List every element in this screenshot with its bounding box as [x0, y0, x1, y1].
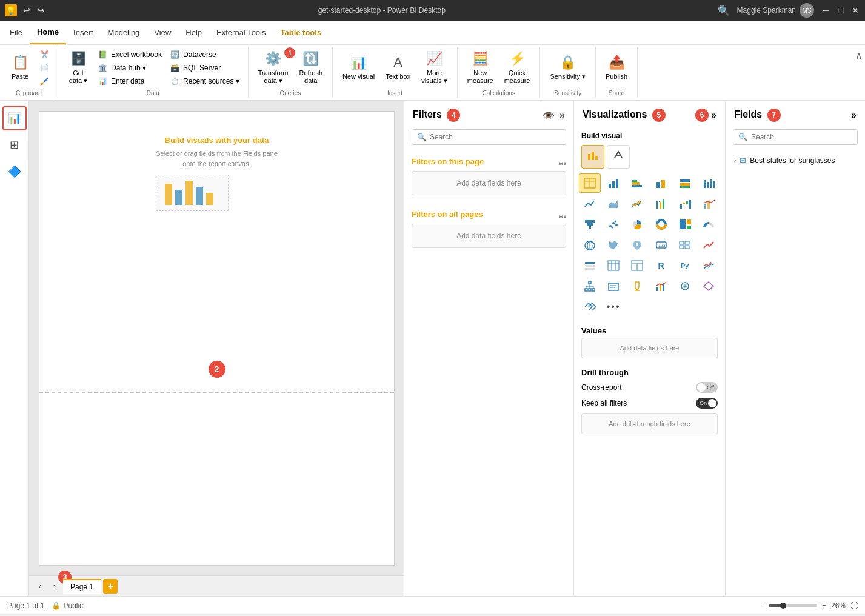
sidebar-model-view[interactable]: 🔷 — [2, 159, 27, 184]
viz-icon-pie[interactable] — [626, 215, 648, 234]
viz-icon-multicard[interactable] — [674, 235, 696, 255]
menu-modeling[interactable]: Modeling — [101, 21, 147, 44]
filters-search-box[interactable]: 🔍 — [412, 129, 566, 145]
viz-icon-waterfall[interactable] — [674, 194, 696, 213]
viz-cross-report-toggle[interactable]: Off — [696, 382, 718, 393]
quick-measure-button[interactable]: ⚡ Quickmeasure — [499, 50, 535, 86]
viz-icon-gauge[interactable] — [698, 215, 720, 234]
sensitivity-button[interactable]: 🔒 Sensitivity ▾ — [545, 50, 590, 86]
viz-icon-textbox2[interactable] — [603, 276, 624, 296]
recent-sources-button[interactable]: ⏱️ Recent sources ▾ — [167, 75, 243, 87]
excel-workbook-button[interactable]: 📗 Excel workbook — [95, 49, 165, 61]
fields-search-input[interactable] — [751, 133, 852, 141]
viz-icon-column[interactable] — [698, 173, 720, 193]
copy-button[interactable]: 📄 — [36, 62, 53, 74]
filters-search-input[interactable] — [430, 133, 561, 141]
viz-expand-icon[interactable]: » — [711, 110, 716, 121]
viz-icon-card[interactable]: 123 — [650, 235, 672, 255]
fields-search-box[interactable]: 🔍 — [733, 129, 858, 145]
viz-icon-table[interactable] — [579, 173, 601, 193]
viz-icon-trophy[interactable] — [626, 276, 648, 296]
canvas-paper[interactable]: Build visuals with your data Select or d… — [39, 111, 395, 566]
filters-all-pages-menu[interactable]: ••• — [558, 213, 566, 221]
viz-icon-table2[interactable] — [626, 256, 648, 275]
zoom-plus[interactable]: + — [822, 601, 826, 610]
status-public[interactable]: 🔒 Public — [52, 601, 83, 610]
viz-icon-custom1[interactable] — [698, 256, 720, 275]
filter-eye-icon[interactable]: 👁️ — [543, 110, 555, 121]
menu-table-tools[interactable]: Table tools — [273, 21, 329, 44]
viz-icon-map[interactable] — [579, 235, 601, 255]
viz-icon-decomp[interactable] — [579, 276, 601, 296]
viz-icon-combo[interactable] — [698, 194, 720, 213]
viz-icon-r[interactable]: R — [650, 256, 672, 275]
viz-tab-build[interactable] — [581, 145, 604, 169]
data-hub-button[interactable]: 🏛️ Data hub ▾ — [95, 62, 165, 74]
zoom-minus[interactable]: - — [761, 601, 764, 610]
paste-button[interactable]: 📋 Paste — [5, 50, 35, 86]
close-button[interactable]: ✕ — [850, 5, 860, 15]
viz-icon-chevron[interactable] — [579, 297, 601, 316]
menu-external-tools[interactable]: External Tools — [209, 21, 273, 44]
filter-expand-icon[interactable]: » — [559, 110, 565, 121]
more-visuals-button[interactable]: 📈 Morevisuals ▾ — [416, 50, 452, 86]
viz-icon-barline[interactable] — [650, 276, 672, 296]
sql-server-button[interactable]: 🗃️ SQL Server — [167, 62, 243, 74]
add-page-button[interactable]: + — [103, 579, 118, 594]
refresh-data-button[interactable]: 🔃 Refreshdata — [294, 50, 327, 86]
viz-icon-treemap[interactable] — [674, 215, 696, 234]
viz-keep-filters-toggle[interactable]: On — [696, 398, 718, 409]
maximize-button[interactable]: □ — [836, 5, 846, 15]
format-painter-button[interactable]: 🖌️ — [36, 75, 53, 87]
fit-screen-icon[interactable]: ⛶ — [850, 601, 858, 610]
viz-icon-area[interactable] — [603, 194, 624, 213]
get-data-button[interactable]: 🗄️ Getdata ▾ — [63, 50, 93, 86]
redo-button[interactable]: ↪ — [36, 5, 46, 15]
viz-values-drop[interactable]: Add data fields here — [581, 338, 718, 358]
viz-tab-format[interactable] — [607, 145, 630, 169]
viz-icon-py[interactable]: Py — [674, 256, 696, 275]
page-nav-next[interactable]: › — [48, 580, 61, 592]
sidebar-table-view[interactable]: ⊞ — [2, 133, 27, 157]
undo-button[interactable]: ↩ — [22, 5, 32, 15]
viz-icon-scatter[interactable] — [603, 215, 624, 234]
page-tab-1[interactable]: Page 1 — [63, 579, 101, 594]
viz-icon-line[interactable] — [579, 194, 601, 213]
viz-icon-filled-map[interactable] — [603, 235, 624, 255]
sidebar-report-view[interactable]: 📊 — [2, 106, 27, 130]
text-box-button[interactable]: A Text box — [381, 50, 415, 86]
viz-drill-drop[interactable]: Add drill-through fields here — [581, 413, 718, 434]
menu-view[interactable]: View — [147, 21, 178, 44]
ribbon-collapse-button[interactable]: ∧ — [853, 47, 865, 98]
new-visual-button[interactable]: 📊 New visual — [338, 50, 379, 86]
viz-icon-donut[interactable] — [650, 215, 672, 234]
viz-icon-clustered-bar[interactable] — [650, 173, 672, 193]
viz-icon-kpi[interactable] — [698, 235, 720, 255]
field-item-best-states[interactable]: › ⊞ Best states for sunglasses — [726, 152, 865, 169]
viz-icon-funnel[interactable] — [579, 215, 601, 234]
publish-button[interactable]: 📤 Publish — [601, 50, 632, 86]
zoom-slider[interactable] — [769, 604, 817, 607]
menu-insert[interactable]: Insert — [66, 21, 101, 44]
viz-icon-azure-map[interactable] — [626, 235, 648, 255]
filters-on-page-menu[interactable]: ••• — [558, 160, 566, 169]
menu-file[interactable]: File — [2, 21, 30, 44]
viz-icon-ribbon[interactable] — [650, 194, 672, 213]
viz-icon-100-bar[interactable] — [674, 173, 696, 193]
filters-on-page-drop[interactable]: Add data fields here — [412, 171, 566, 195]
menu-help[interactable]: Help — [178, 21, 209, 44]
viz-icon-diamond[interactable] — [698, 276, 720, 296]
minimize-button[interactable]: ─ — [821, 5, 831, 15]
fields-expand-icon[interactable]: » — [851, 110, 857, 121]
viz-icon-more[interactable]: ••• — [603, 297, 624, 316]
cut-button[interactable]: ✂️ — [36, 49, 53, 61]
new-measure-button[interactable]: 🧮 Newmeasure — [463, 50, 498, 86]
viz-icon-arcgis[interactable] — [674, 276, 696, 296]
page-nav-prev[interactable]: ‹ — [34, 580, 46, 592]
viz-icon-bar[interactable] — [603, 173, 624, 193]
viz-icon-matrix[interactable] — [603, 256, 624, 275]
enter-data-button[interactable]: 📊 Enter data — [95, 75, 165, 87]
dataverse-button[interactable]: 🔄 Dataverse — [167, 49, 243, 61]
viz-icon-line-clustered[interactable] — [626, 194, 648, 213]
transform-data-button[interactable]: ⚙️ Transformdata ▾ 1 — [253, 50, 293, 86]
